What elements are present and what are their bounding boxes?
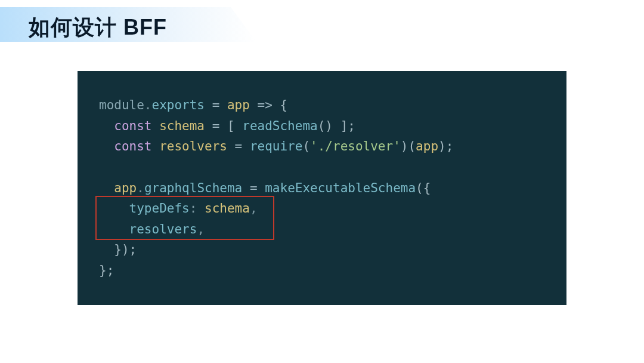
- code-line-2: const schema = [ readSchema() ];: [99, 116, 545, 137]
- code-block: module.exports = app => { const schema =…: [78, 71, 566, 305]
- code-line-8: });: [99, 239, 545, 260]
- title-highlight: 如何设计 BFF: [29, 13, 167, 42]
- code-line-3: const resolvers = require('./resolver')(…: [99, 136, 545, 157]
- code-line-9: };: [99, 260, 545, 281]
- title-bar: 如何设计 BFF: [0, 0, 644, 42]
- code-line-6: typeDefs: schema,: [99, 198, 545, 219]
- code-line-5: app.graphqlSchema = makeExecutableSchema…: [99, 178, 545, 199]
- code-line-7: resolvers,: [99, 219, 545, 240]
- code-line-1: module.exports = app => {: [99, 95, 545, 116]
- code-line-4: [99, 157, 545, 178]
- slide-title: 如何设计 BFF: [29, 15, 167, 39]
